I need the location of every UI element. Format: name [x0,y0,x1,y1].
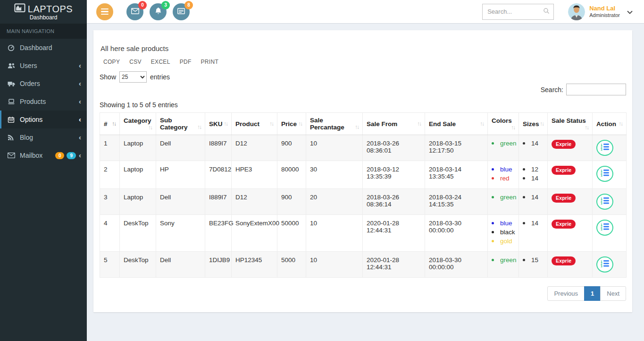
export-excel-button[interactable]: EXCEL [147,56,176,68]
export-csv-button[interactable]: CSV [125,56,147,68]
column-header-sizes[interactable]: Sizes↑↓ [519,113,548,135]
chevron-down-icon [627,8,633,16]
cell-price: 900 [277,189,306,215]
size-value: 14 [531,140,538,147]
column-header-category[interactable]: Category↑↓ [120,113,156,135]
column-header-sku[interactable]: SKU↑↓ [205,113,232,135]
cell-product: SonyExtemX00 [232,215,277,252]
cell-sizes: 1214 [519,161,548,189]
column-header-sale-percantage[interactable]: Sale Percantage↑↓ [306,113,363,135]
sale-status-badge: Exprie [552,140,576,149]
cell-sub-category: Sony [156,215,205,252]
brand-logo[interactable]: LAPTOPS Dashboard [0,0,87,24]
export-print-button[interactable]: PRINT [197,56,225,68]
mailbox-count-badge: 0 [55,152,65,159]
column-header-end-sale[interactable]: End Sale↑↓ [425,113,488,135]
cell-end-sale: 2018-03-30 00:00:00 [425,215,488,252]
cell-sale-from: 2020-01-28 12:44:31 [363,252,425,278]
column-header-sale-status[interactable]: Sale Status↑↓ [548,113,593,135]
cell-sale-percentage: 10 [306,215,363,252]
sidebar-item-label: Dashboard [20,44,52,51]
cell-product: HPE3 [232,161,277,189]
column-header-action[interactable]: Action↑↓ [593,113,627,135]
color-dot [492,177,494,179]
user-menu[interactable]: Nand Lal Administrator [568,3,635,20]
chart-logo-icon [14,3,25,16]
entries-label: entries [150,73,170,81]
row-action-button[interactable]: 123 [596,220,613,236]
color-name: gold [500,238,512,245]
sidebar-item-options[interactable]: Options‹ [0,111,87,128]
products-on-sale-card: All here sale products COPYCSVEXCELPDFPR… [93,30,632,312]
cell-action: 123 [593,135,627,161]
sidebar-item-blog[interactable]: Blog‹ [0,128,87,146]
row-action-button[interactable]: 123 [596,166,613,182]
cell-sale-percentage: 10 [306,135,363,161]
calendar-icon [8,116,16,123]
sidebar-item-users[interactable]: Users‹ [0,57,87,75]
column-header-colors[interactable]: Colors↑↓ [488,113,519,135]
next-page-button[interactable]: Next [600,286,626,301]
column-header-index[interactable]: #↑↓ [100,113,120,135]
cell-sizes: 14 [519,189,548,215]
cell-price: 5000 [277,252,306,278]
cell-price: 50000 [277,215,306,252]
sort-icon: ↑↓ [540,120,544,127]
sidebar-item-mailbox[interactable]: Mailbox09‹ [0,146,87,164]
chevron-left-icon: ‹ [79,153,81,158]
envelope-icon [131,8,139,16]
export-copy-button[interactable]: COPY [100,56,125,68]
sort-icon: ↑↓ [480,120,484,127]
column-header-sub-category[interactable]: Sub Category↑↓ [156,113,205,135]
sidebar-item-label: Products [20,98,46,105]
sidebar-nav: DashboardUsers‹Orders‹Products‹Options‹B… [0,39,87,164]
column-header-product[interactable]: Product↑↓ [232,113,277,135]
row-action-button[interactable]: 123 [596,140,613,156]
sale-status-badge: Exprie [552,220,576,229]
sort-icon: ↑↓ [224,120,227,127]
color-name: blue [500,166,512,173]
size-value: 12 [531,166,538,173]
size-value: 14 [531,175,538,182]
chevron-left-icon: ‹ [79,63,81,68]
table-row: 3LaptopDellI889I7D12900202018-03-26 08:3… [100,189,627,215]
page-1-button[interactable]: 1 [584,286,601,301]
column-header-price[interactable]: Price↑↓ [277,113,306,135]
sidebar-toggle-button[interactable] [96,3,113,20]
table-info: Showing 1 to 5 of 5 entries [100,101,626,109]
cell-colors: green [488,189,519,215]
color-dot [492,259,494,261]
global-search-input[interactable] [486,8,543,16]
color-dot [492,142,494,145]
chevron-left-icon: ‹ [79,117,81,122]
mailbox-count-badge: 9 [67,152,76,159]
sidebar-item-products[interactable]: Products‹ [0,93,87,111]
messages-button[interactable]: 0 [126,3,143,20]
cell-end-sale: 2018-03-24 14:15:35 [425,189,488,215]
color-name: green [500,140,517,147]
cell-sub-category: Dell [156,189,205,215]
sidebar-item-orders[interactable]: Orders‹ [0,75,87,93]
user-role: Administrator [589,12,620,19]
previous-page-button[interactable]: Previous [547,286,585,301]
column-header-sale-from[interactable]: Sale From↑↓ [363,113,425,135]
cell-product: HP12345 [232,252,277,278]
cell-sizes: 14 [519,135,548,161]
color-dot [492,196,494,198]
cell-sale-status: Exprie [548,161,593,189]
row-action-button[interactable]: 123 [596,256,613,273]
entries-select[interactable]: 25 [119,71,147,83]
row-action-button[interactable]: 123 [596,194,613,210]
table-search-input[interactable] [566,84,626,95]
sidebar-item-dashboard[interactable]: Dashboard [0,39,87,57]
cell-sale-from: 2020-01-28 12:44:31 [363,215,425,252]
export-pdf-button[interactable]: PDF [176,56,197,68]
ordered-list-icon: 123 [601,143,610,153]
tasks-badge: 8 [184,1,193,9]
sort-icon: ↑↓ [511,124,515,131]
table-header-row: #↑↓Category↑↓Sub Category↑↓SKU↑↓Product↑… [100,113,627,135]
notifications-button[interactable]: 3 [150,3,167,20]
cell-colors: blueblackgold [488,215,519,252]
tasks-button[interactable]: 8 [173,3,190,20]
cell-index: 4 [100,215,120,252]
